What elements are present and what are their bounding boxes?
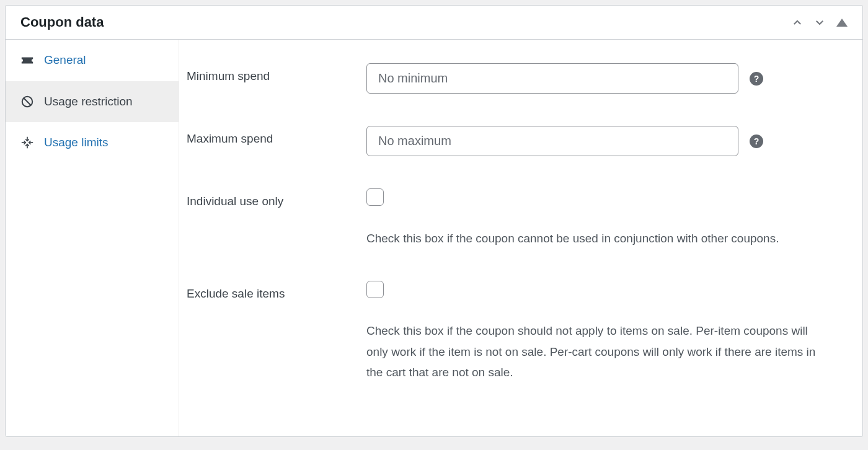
panel-actions xyxy=(792,17,848,28)
field-control: ? xyxy=(366,63,850,94)
ticket-icon xyxy=(20,53,34,67)
exclude-sale-checkbox[interactable] xyxy=(366,281,384,298)
field-control: Check this box if the coupon cannot be u… xyxy=(366,188,850,249)
sidebar: General Usage restriction Usage limits xyxy=(6,40,179,436)
help-icon[interactable]: ? xyxy=(750,72,763,86)
sidebar-item-usage-restriction[interactable]: Usage restriction xyxy=(6,81,179,123)
chevron-up-icon[interactable] xyxy=(792,17,803,28)
content: Minimum spend ? Maximum spend ? Individu… xyxy=(179,40,862,436)
minimum-spend-input[interactable] xyxy=(366,63,738,94)
sidebar-item-usage-limits[interactable]: Usage limits xyxy=(6,122,179,164)
panel-body: General Usage restriction Usage limits M… xyxy=(6,40,862,436)
field-control: ? xyxy=(366,126,850,156)
individual-use-checkbox[interactable] xyxy=(366,188,384,206)
arrows-in-icon xyxy=(20,136,34,149)
coupon-data-panel: Coupon data General Usage restriction xyxy=(5,5,863,437)
panel-header: Coupon data xyxy=(6,6,862,40)
field-exclude-sale: Exclude sale items Check this box if the… xyxy=(187,272,850,391)
field-description: Check this box if the coupon cannot be u… xyxy=(366,228,779,249)
field-label: Individual use only xyxy=(187,188,366,208)
svg-line-1 xyxy=(24,98,31,105)
field-label: Exclude sale items xyxy=(187,281,366,301)
maximum-spend-input[interactable] xyxy=(366,126,738,156)
help-icon[interactable]: ? xyxy=(750,135,763,148)
field-description: Check this box if the coupon should not … xyxy=(366,320,825,382)
collapse-icon[interactable] xyxy=(836,19,848,27)
sidebar-item-label: Usage restriction xyxy=(44,94,164,110)
field-minimum-spend: Minimum spend ? xyxy=(187,55,850,102)
field-maximum-spend: Maximum spend ? xyxy=(187,117,850,165)
panel-title: Coupon data xyxy=(20,14,104,30)
sidebar-item-label: Usage limits xyxy=(44,135,164,151)
field-individual-use: Individual use only Check this box if th… xyxy=(187,180,850,257)
ban-icon xyxy=(20,95,34,108)
field-label: Minimum spend xyxy=(187,63,366,83)
sidebar-item-label: General xyxy=(44,52,164,69)
chevron-down-icon[interactable] xyxy=(814,17,825,28)
sidebar-item-general[interactable]: General xyxy=(6,40,179,81)
field-control: Check this box if the coupon should not … xyxy=(366,281,850,382)
field-label: Maximum spend xyxy=(187,126,366,146)
